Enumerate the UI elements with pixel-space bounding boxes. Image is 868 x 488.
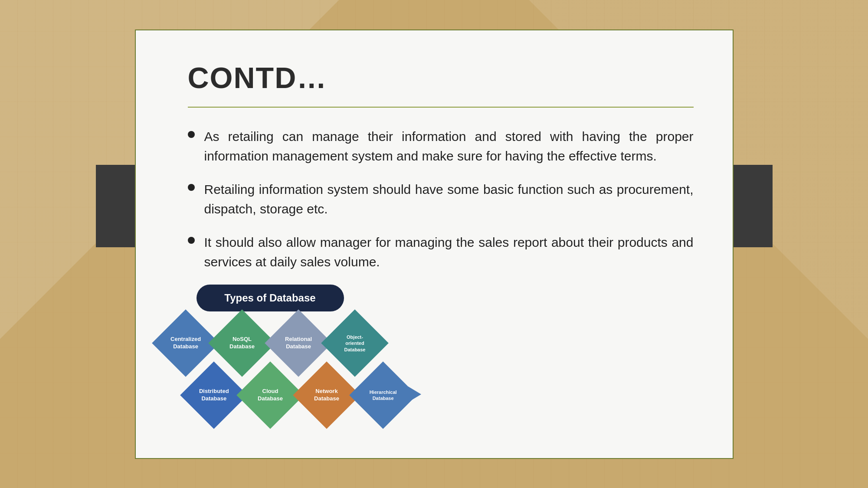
slide: CONTD… As retailing can manage their inf… xyxy=(135,29,734,459)
slide-title: CONTD… xyxy=(188,61,694,95)
diamond-container: Centralized Database NoSQL Database Rela… xyxy=(162,319,431,458)
diamond-network-label: Network Database xyxy=(314,388,339,403)
bullet-text-2: Retailing information system should have… xyxy=(204,180,694,219)
left-panel xyxy=(96,165,135,247)
title-divider xyxy=(188,107,694,108)
diamond-centralized-label: Centralized Database xyxy=(170,336,200,350)
bullet-item-1: As retailing can manage their informatio… xyxy=(188,127,694,166)
diamond-distributed-label: Distributed Database xyxy=(199,388,229,403)
bullet-dot-1 xyxy=(188,131,195,138)
arrow-right xyxy=(408,386,421,402)
bullet-item-2: Retailing information system should have… xyxy=(188,180,694,219)
diagram-area: Types of Database Centralized Database N… xyxy=(162,276,439,458)
diamond-hierarchical-label: Hierarchical Database xyxy=(369,389,396,401)
diamond-cloud-label: Cloud Database xyxy=(258,388,283,403)
bullet-item-3: It should also allow manager for managin… xyxy=(188,233,694,272)
bullet-list: As retailing can manage their informatio… xyxy=(188,127,694,272)
bullet-dot-3 xyxy=(188,237,195,244)
diamond-nosql-label: NoSQL Database xyxy=(229,336,255,350)
bullet-text-1: As retailing can manage their informatio… xyxy=(204,127,694,166)
bullet-text-3: It should also allow manager for managin… xyxy=(204,233,694,272)
diagram-title: Types of Database xyxy=(197,285,344,311)
right-panel xyxy=(734,165,773,247)
diamond-object-label: Object- oriented Database xyxy=(344,334,365,352)
diamond-relational-label: Relational Database xyxy=(285,336,311,350)
bullet-dot-2 xyxy=(188,184,195,191)
